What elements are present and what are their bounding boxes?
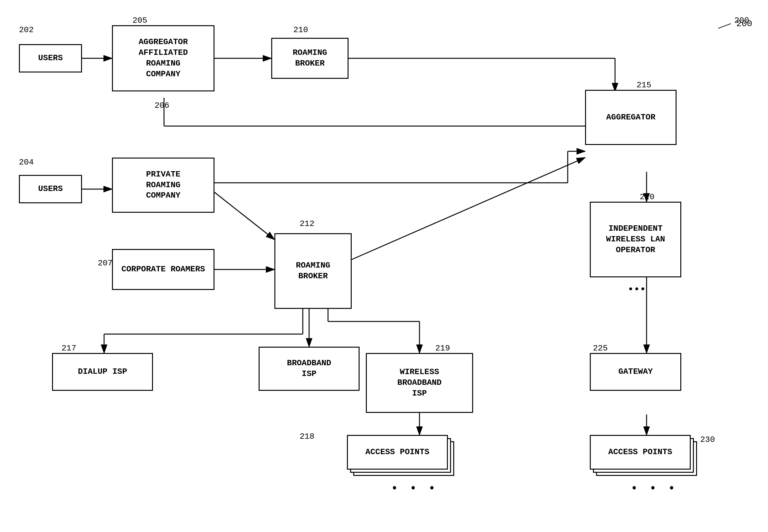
ref-220: 220 xyxy=(640,192,655,202)
ref-215: 215 xyxy=(637,80,651,90)
box-independent-wlan: INDEPENDENT WIRELESS LAN OPERATOR xyxy=(590,202,681,277)
svg-line-26 xyxy=(718,24,731,28)
svg-line-9 xyxy=(214,192,274,240)
box-roaming-broker-top: ROAMING BROKER xyxy=(271,38,348,79)
ref-219: 219 xyxy=(435,344,450,353)
box-access-points-right: ACCESS POINTS xyxy=(590,435,691,470)
box-aggregator: AGGREGATOR xyxy=(585,90,677,145)
box-dialup-isp: DIALUP ISP xyxy=(52,353,153,391)
ref-217: 217 xyxy=(61,344,76,353)
box-broadband-isp: BROADBAND ISP xyxy=(259,347,359,391)
box-wireless-broadband-isp: WIRELESS BROADBAND ISP xyxy=(366,353,473,413)
ref-202: 202 xyxy=(19,25,34,35)
box-corporate-roamers: CORPORATE ROAMERS xyxy=(112,249,214,290)
svg-line-21 xyxy=(347,158,585,262)
ref-230: 230 xyxy=(700,435,715,444)
box-users-mid: USERS xyxy=(19,175,82,203)
ref-205: 205 xyxy=(132,16,147,25)
ref-225: 225 xyxy=(593,344,608,353)
diagram: 200 USERS 202 AGGREGATOR AFFILIATED ROAM… xyxy=(0,0,768,532)
dots-right: • • • xyxy=(631,482,678,495)
ref-200-arrow xyxy=(715,17,734,30)
ref-204: 204 xyxy=(19,158,34,167)
ref-200-area: 200 xyxy=(715,17,752,30)
ref-207: 207 xyxy=(98,258,113,268)
box-aggregator-affiliated: AGGREGATOR AFFILIATED ROAMING COMPANY xyxy=(112,25,214,91)
box-access-points-left: ACCESS POINTS xyxy=(347,435,448,470)
ref-206: 206 xyxy=(154,101,169,110)
dots-left: • • • xyxy=(391,482,438,495)
box-gateway: GATEWAY xyxy=(590,353,681,391)
ref-212: 212 xyxy=(300,219,314,228)
box-users-top: USERS xyxy=(19,44,82,72)
box-private-roaming: PRIVATE ROAMING COMPANY xyxy=(112,158,214,213)
ref-210: 210 xyxy=(293,25,308,35)
dots-wlan: ••• xyxy=(628,284,646,295)
ref-200-label: 200 xyxy=(736,19,752,29)
box-roaming-broker-mid: ROAMING BROKER xyxy=(274,233,352,309)
ref-218: 218 xyxy=(300,432,314,441)
